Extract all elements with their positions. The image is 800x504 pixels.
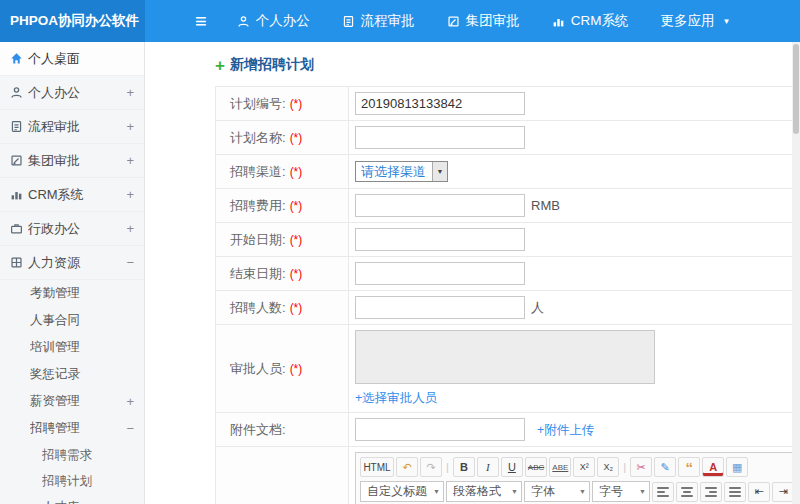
collapse-toggle[interactable]: − [122, 421, 134, 436]
fee-unit: RMB [531, 198, 560, 213]
toolbar-separator: | [621, 457, 628, 477]
collapse-toggle[interactable]: − [122, 255, 134, 270]
chart-icon [552, 15, 565, 28]
top-bar: PHPOA协同办公软件 ≡ 个人办公 流程审批 集团审批 [0, 0, 800, 42]
form-row-end-date: 结束日期:(*) [216, 257, 800, 291]
required-mark: (*) [290, 362, 303, 376]
expand-toggle[interactable]: + [122, 187, 134, 202]
ed-delete-line-button[interactable]: ABE [549, 457, 571, 477]
sidebar-item-salary[interactable]: 薪资管理 + [0, 388, 144, 415]
caret-down-icon: ▼ [722, 17, 730, 26]
sidebar-item-desktop[interactable]: 个人桌面 [0, 42, 144, 76]
hr-icon [10, 256, 28, 269]
sidebar-item-talent-pool[interactable]: 人才库 [0, 494, 144, 504]
attachment-upload-link[interactable]: +附件上传 [537, 423, 594, 437]
expand-toggle[interactable]: + [122, 153, 134, 168]
ed-outdent-button[interactable]: ⇤ [748, 482, 770, 502]
toolbar-separator: | [444, 457, 451, 477]
plan-name-input[interactable] [355, 126, 525, 149]
headcount-unit: 人 [531, 300, 544, 315]
expand-toggle[interactable]: + [122, 85, 134, 100]
expand-toggle[interactable]: + [122, 221, 134, 236]
align-justify-icon[interactable] [724, 482, 746, 502]
ed-custom-title-select[interactable]: 自定义标题 [360, 481, 444, 502]
ed-table-button[interactable]: ▦ [726, 457, 748, 477]
end-date-input[interactable] [355, 262, 525, 285]
ed-superscript-button[interactable]: X² [573, 457, 595, 477]
form-row-channel: 招聘渠道:(*) 请选择渠道 ▼ [216, 155, 800, 189]
ed-format-brush-button[interactable]: ✎ [654, 457, 676, 477]
nav-group-approval[interactable]: 集团审批 [447, 12, 520, 30]
ed-paragraph-format-select[interactable]: 段落格式 [446, 481, 522, 502]
approval-icon [10, 154, 28, 167]
plus-icon: + [215, 57, 225, 74]
sidebar-item-training[interactable]: 培训管理 [0, 334, 144, 361]
sidebar-item-attendance[interactable]: 考勤管理 [0, 280, 144, 307]
nav-crm[interactable]: CRM系统 [552, 12, 629, 30]
sidebar-item-hr[interactable]: 人力资源 − [0, 246, 144, 280]
editor-toolbar-row2: 自定义标题 段落格式 字体 字号 ⇤ ⇥ [360, 481, 800, 502]
ed-blockquote-button[interactable]: “ [678, 457, 700, 477]
sidebar-item-recruit-plan[interactable]: 招聘计划 [0, 468, 144, 494]
ed-indent-button[interactable]: ⇥ [772, 482, 794, 502]
ed-strikethrough-button[interactable]: ABC [525, 457, 547, 477]
ed-undo-button[interactable]: ↶ [396, 457, 418, 477]
main-content: + 新增招聘计划 计划编号:(*) 计划名称:(*) 招聘渠道:(*) 请选择渠… [145, 42, 800, 504]
sidebar-item-recruit-demand[interactable]: 招聘需求 [0, 442, 144, 468]
form-row-content-editor: HTML ↶ ↷ | B I U ABC ABE X² X₂ [216, 447, 800, 504]
sidebar-item-workflow-approval[interactable]: 流程审批 + [0, 110, 144, 144]
sidebar-item-crm[interactable]: CRM系统 + [0, 178, 144, 212]
headcount-input[interactable] [355, 296, 525, 319]
user-icon [237, 15, 250, 28]
expand-toggle[interactable]: + [122, 119, 134, 134]
nav-workflow-approval[interactable]: 流程审批 [342, 12, 415, 30]
start-date-input[interactable] [355, 228, 525, 251]
required-mark: (*) [290, 97, 303, 111]
ed-font-size-select[interactable]: 字号 [592, 481, 650, 502]
nav-more-apps[interactable]: 更多应用 ▼ [660, 12, 730, 30]
ed-redo-button[interactable]: ↷ [420, 457, 442, 477]
sidebar-item-admin-office[interactable]: 行政办公 + [0, 212, 144, 246]
expand-toggle[interactable]: + [122, 394, 134, 409]
channel-select[interactable]: 请选择渠道 ▼ [355, 161, 448, 182]
align-right-icon[interactable] [700, 482, 722, 502]
sidebar-item-hr-contract[interactable]: 人事合同 [0, 307, 144, 334]
attachment-input[interactable] [355, 418, 525, 441]
field-label: 招聘费用: [230, 198, 286, 213]
choose-approvers-link[interactable]: +选择审批人员 [355, 391, 437, 405]
sidebar-item-personal-office[interactable]: 个人办公 + [0, 76, 144, 110]
ed-subscript-button[interactable]: X₂ [597, 457, 619, 477]
ed-cut-button[interactable]: ✂ [630, 457, 652, 477]
ed-italic-button[interactable]: I [477, 457, 499, 477]
vertical-scrollbar[interactable] [792, 42, 800, 504]
fee-input[interactable] [355, 194, 525, 217]
required-mark: (*) [290, 267, 303, 281]
editor-toolbar-row1: HTML ↶ ↷ | B I U ABC ABE X² X₂ [360, 457, 800, 477]
approvers-textarea[interactable] [355, 330, 655, 384]
menu-toggle-icon[interactable]: ≡ [195, 0, 207, 42]
form-row-headcount: 招聘人数:(*) 人 [216, 291, 800, 325]
home-icon [10, 52, 28, 65]
sidebar-item-group-approval[interactable]: 集团审批 + [0, 144, 144, 178]
align-center-icon[interactable] [676, 482, 698, 502]
scrollbar-thumb[interactable] [793, 44, 799, 134]
plan-number-input[interactable] [355, 92, 525, 115]
ed-font-family-select[interactable]: 字体 [524, 481, 590, 502]
flow-icon [342, 15, 355, 28]
required-mark: (*) [290, 233, 303, 247]
ed-font-color-button[interactable]: A [702, 457, 724, 477]
required-mark: (*) [290, 301, 303, 315]
ed-source-code-button[interactable]: HTML [360, 457, 394, 477]
required-mark: (*) [290, 165, 303, 179]
ed-underline-button[interactable]: U [501, 457, 523, 477]
ed-bold-button[interactable]: B [453, 457, 475, 477]
briefcase-icon [10, 222, 28, 235]
required-mark: (*) [290, 131, 303, 145]
field-label: 计划名称: [230, 130, 286, 145]
field-label: 结束日期: [230, 266, 286, 281]
app-window: PHPOA协同办公软件 ≡ 个人办公 流程审批 集团审批 [0, 0, 800, 504]
nav-personal-office[interactable]: 个人办公 [237, 12, 310, 30]
sidebar-item-rewards[interactable]: 奖惩记录 [0, 361, 144, 388]
sidebar-item-recruitment[interactable]: 招聘管理 − [0, 415, 144, 442]
align-left-icon[interactable] [652, 482, 674, 502]
